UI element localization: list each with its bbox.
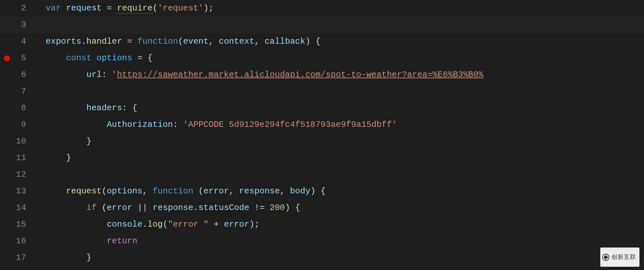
code-line[interactable]: 12 <box>0 166 644 183</box>
code-line[interactable]: 2 var request = require('request'); <box>0 0 644 17</box>
code-line[interactable]: 8 headers: { <box>0 100 644 116</box>
code-editor[interactable]: 2 var request = require('request'); 3 4 … <box>0 0 644 270</box>
line-number[interactable]: 8 <box>0 100 33 116</box>
line-number[interactable]: 4 <box>0 33 33 50</box>
line-number[interactable]: 10 <box>0 133 33 150</box>
code-line[interactable]: 16 return <box>0 233 644 249</box>
code-content[interactable]: } <box>33 150 644 166</box>
watermark-text: 创新互联 <box>611 254 636 260</box>
line-number[interactable]: 9 <box>0 116 33 133</box>
code-content[interactable]: if (error || response.statusCode != 200)… <box>33 200 644 216</box>
line-number[interactable]: 2 <box>0 0 33 17</box>
line-number[interactable]: 3 <box>0 17 33 33</box>
line-number[interactable]: 6 <box>0 67 33 83</box>
line-number[interactable]: 7 <box>0 83 33 100</box>
code-line[interactable]: 10 } <box>0 133 644 150</box>
code-content[interactable]: headers: { <box>33 100 644 116</box>
line-number[interactable]: 15 <box>0 216 33 233</box>
line-number[interactable]: 13 <box>0 183 33 200</box>
watermark-badge: 创新互联 <box>600 248 639 267</box>
code-line[interactable]: 5 const options = { <box>0 50 644 67</box>
code-line[interactable]: 9 Authorization: 'APPCODE 5d9129e294fc4f… <box>0 116 644 133</box>
line-number[interactable]: 17 <box>0 249 33 266</box>
code-line[interactable]: 13 request(options, function (error, res… <box>0 183 644 200</box>
code-content[interactable]: } <box>33 249 644 266</box>
line-number[interactable]: 5 <box>0 50 33 67</box>
code-line[interactable]: 14 if (error || response.statusCode != 2… <box>0 200 644 216</box>
url-link[interactable]: https://saweather.market.alicloudapi.com… <box>117 70 483 80</box>
code-content[interactable]: request(options, function (error, respon… <box>33 183 644 200</box>
line-number[interactable]: 16 <box>0 233 33 249</box>
watermark-logo-icon <box>602 254 609 261</box>
code-line[interactable]: 7 <box>0 83 644 100</box>
code-line[interactable]: 17 } <box>0 249 644 266</box>
code-content[interactable]: Authorization: 'APPCODE 5d9129e294fc4f51… <box>33 116 644 133</box>
code-content[interactable]: const options = { <box>33 50 644 67</box>
code-content[interactable]: url: 'https://saweather.market.aliclouda… <box>33 67 644 83</box>
code-line[interactable]: 4 exports.handler = function(event, cont… <box>0 33 644 50</box>
line-number[interactable]: 11 <box>0 150 33 166</box>
code-line[interactable]: 6 url: 'https://saweather.market.aliclou… <box>0 67 644 83</box>
code-content[interactable]: console.log("error " + error); <box>33 216 644 233</box>
code-content[interactable]: return <box>33 233 644 249</box>
code-line[interactable]: 15 console.log("error " + error); <box>0 216 644 233</box>
code-line[interactable]: 11 } <box>0 150 644 166</box>
line-number[interactable]: 14 <box>0 200 33 216</box>
breakpoint-icon[interactable] <box>4 55 10 61</box>
code-content[interactable]: } <box>33 133 644 150</box>
line-number[interactable]: 12 <box>0 166 33 183</box>
code-line[interactable]: 3 <box>0 17 644 33</box>
code-content[interactable]: exports.handler = function(event, contex… <box>33 33 644 50</box>
code-content[interactable]: var request = require('request'); <box>33 0 644 17</box>
